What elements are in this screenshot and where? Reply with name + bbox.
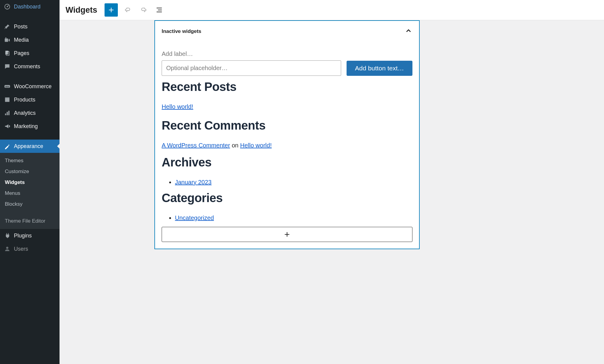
- products-icon: [4, 96, 11, 103]
- main-area: Widgets Inactive widgets: [60, 0, 604, 364]
- chevron-up-icon: [405, 27, 412, 36]
- menu-label: Appearance: [14, 143, 43, 150]
- svg-text:woo: woo: [5, 85, 9, 88]
- topbar: Widgets: [60, 0, 604, 20]
- menu-label: Analytics: [14, 110, 36, 116]
- menu-plugins[interactable]: Plugins: [0, 229, 60, 242]
- archives-heading: Archives: [162, 156, 412, 169]
- submenu-customize[interactable]: Customize: [0, 166, 60, 177]
- recent-comment-item: A WordPress Commenter on Hello world!: [162, 142, 412, 149]
- editor-canvas: Inactive widgets Add label… Add button t…: [60, 20, 604, 364]
- panel-header[interactable]: Inactive widgets: [155, 21, 419, 42]
- marketing-icon: [4, 123, 11, 130]
- comment-post-link[interactable]: Hello world!: [240, 142, 272, 149]
- comments-icon: [4, 63, 11, 70]
- menu-posts[interactable]: Posts: [0, 20, 60, 33]
- menu-appearance[interactable]: Appearance: [0, 140, 60, 153]
- add-block-button[interactable]: [105, 3, 118, 17]
- appearance-icon: [4, 143, 11, 150]
- commenter-link[interactable]: A WordPress Commenter: [162, 142, 230, 149]
- menu-marketing[interactable]: Marketing: [0, 120, 60, 133]
- menu-label: Media: [14, 37, 29, 43]
- search-block-row: Add button text…: [162, 60, 412, 76]
- menu-label: Marketing: [14, 123, 38, 130]
- svg-rect-12: [8, 111, 10, 115]
- panel-body: Add label… Add button text… Recent Posts…: [155, 50, 419, 249]
- menu-label: Dashboard: [14, 4, 40, 10]
- plus-icon: [283, 230, 291, 238]
- menu-media[interactable]: Media: [0, 33, 60, 47]
- menu-label: Comments: [14, 63, 40, 70]
- menu-label: Users: [14, 246, 28, 252]
- recent-posts-heading: Recent Posts: [162, 80, 412, 94]
- add-block-appender[interactable]: [162, 227, 412, 242]
- pin-icon: [4, 23, 11, 30]
- archive-link[interactable]: January 2023: [175, 179, 212, 185]
- menu-label: WooCommerce: [14, 83, 52, 90]
- archives-list: January 2023: [162, 179, 412, 186]
- search-input[interactable]: [162, 60, 341, 76]
- menu-woocommerce[interactable]: woo WooCommerce: [0, 80, 60, 93]
- search-button[interactable]: Add button text…: [347, 61, 412, 76]
- svg-rect-9: [5, 98, 10, 98]
- users-icon: [4, 245, 11, 253]
- on-text: on: [230, 142, 240, 149]
- media-icon: [4, 36, 11, 43]
- categories-list: Uncategorized: [162, 214, 412, 221]
- panel-title: Inactive widgets: [162, 28, 201, 34]
- pages-icon: [4, 50, 11, 57]
- menu-comments[interactable]: Comments: [0, 60, 60, 73]
- svg-point-13: [6, 247, 8, 249]
- menu-products[interactable]: Products: [0, 93, 60, 106]
- page-title: Widgets: [66, 5, 97, 15]
- add-label-placeholder[interactable]: Add label…: [162, 50, 412, 57]
- redo-icon: [140, 6, 147, 14]
- redo-button[interactable]: [138, 4, 149, 16]
- appearance-submenu: Themes Customize Widgets Menus Blocksy T…: [0, 153, 60, 229]
- svg-point-3: [5, 37, 7, 39]
- undo-button[interactable]: [122, 4, 134, 16]
- submenu-menus[interactable]: Menus: [0, 188, 60, 199]
- menu-label: Products: [14, 97, 35, 103]
- submenu-theme-file-editor[interactable]: Theme File Editor: [0, 216, 60, 227]
- admin-sidebar: Dashboard Posts Media Pages Comments woo…: [0, 0, 60, 364]
- svg-rect-2: [5, 38, 8, 42]
- categories-heading: Categories: [162, 191, 412, 205]
- plugins-icon: [4, 232, 11, 239]
- list-item: January 2023: [175, 179, 412, 186]
- menu-dashboard[interactable]: Dashboard: [0, 0, 60, 13]
- menu-label: Plugins: [14, 233, 32, 239]
- dashboard-icon: [4, 3, 11, 10]
- recent-post-link[interactable]: Hello world!: [162, 103, 193, 110]
- menu-pages[interactable]: Pages: [0, 47, 60, 60]
- category-link[interactable]: Uncategorized: [175, 214, 214, 221]
- menu-analytics[interactable]: Analytics: [0, 106, 60, 120]
- submenu-blocksy[interactable]: Blocksy: [0, 199, 60, 210]
- undo-icon: [124, 6, 132, 14]
- list-item: Uncategorized: [175, 214, 412, 221]
- list-view-icon: [155, 6, 163, 14]
- svg-rect-10: [5, 114, 6, 115]
- menu-label: Posts: [14, 24, 27, 30]
- menu-label: Pages: [14, 50, 29, 56]
- analytics-icon: [4, 109, 11, 117]
- inactive-widgets-panel: Inactive widgets Add label… Add button t…: [154, 20, 420, 249]
- svg-point-1: [7, 6, 8, 7]
- plus-icon: [107, 6, 115, 14]
- svg-rect-8: [5, 98, 10, 102]
- woo-icon: woo: [4, 83, 11, 90]
- submenu-themes[interactable]: Themes: [0, 155, 60, 166]
- submenu-widgets[interactable]: Widgets: [0, 177, 60, 188]
- recent-comments-heading: Recent Comments: [162, 119, 412, 132]
- list-view-button[interactable]: [153, 4, 165, 16]
- svg-rect-11: [7, 112, 8, 115]
- menu-users[interactable]: Users: [0, 242, 60, 256]
